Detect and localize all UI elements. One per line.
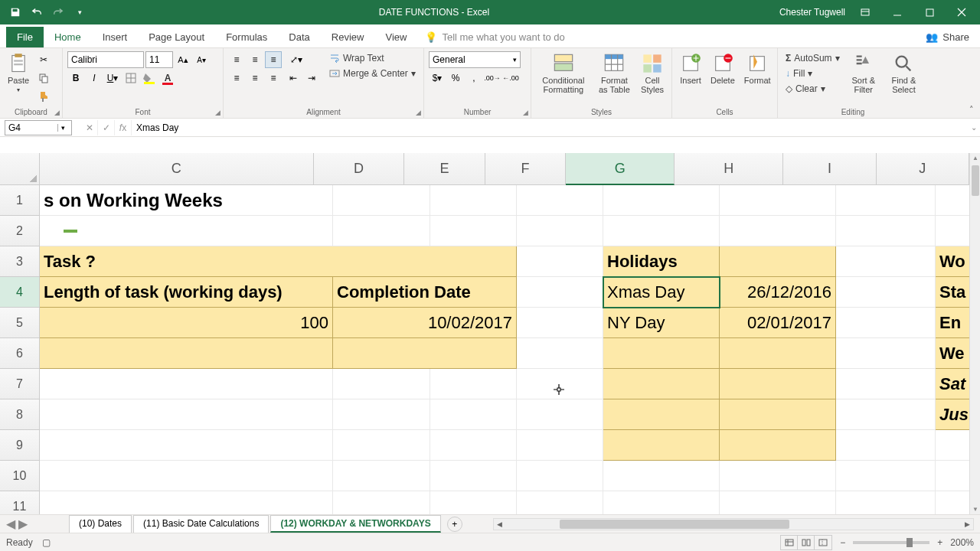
close-icon[interactable]: [949, 3, 974, 21]
cell-H6[interactable]: [720, 338, 836, 369]
clear-button[interactable]: ◇ Clear ▾: [782, 82, 843, 96]
cell-G5[interactable]: NY Day: [603, 308, 720, 338]
column-header-J[interactable]: J: [877, 153, 969, 185]
row-header-8[interactable]: 8: [0, 399, 40, 430]
enter-formula-icon[interactable]: ✓: [98, 120, 115, 135]
cell-E1[interactable]: [430, 185, 517, 216]
font-color-icon[interactable]: A: [159, 70, 176, 86]
column-header-I[interactable]: I: [783, 153, 876, 185]
cell-C6[interactable]: [40, 338, 333, 369]
page-break-view-icon[interactable]: [815, 536, 831, 549]
cell-F10[interactable]: [517, 461, 603, 491]
cell-E11[interactable]: [430, 491, 517, 514]
number-launcher-icon[interactable]: ◢: [523, 109, 528, 116]
decrease-indent-icon[interactable]: ⇤: [285, 70, 302, 86]
cell-G1[interactable]: [603, 185, 720, 216]
cell-H3[interactable]: [720, 246, 836, 277]
conditional-formatting-button[interactable]: Conditional Formatting: [536, 51, 591, 96]
cell-E8[interactable]: [430, 399, 517, 430]
cell-G10[interactable]: [603, 461, 720, 491]
cell-E7[interactable]: [430, 369, 517, 399]
ribbon-options-icon[interactable]: [853, 3, 877, 21]
hscroll-left-icon[interactable]: ◀: [494, 519, 506, 530]
borders-icon[interactable]: [122, 70, 139, 86]
cell-G11[interactable]: [603, 491, 720, 514]
fill-color-icon[interactable]: [141, 70, 158, 86]
save-icon[interactable]: [6, 4, 24, 21]
sheet-nav-prev-icon[interactable]: ◀: [6, 517, 15, 531]
horizontal-scrollbar[interactable]: ◀ ▶: [493, 518, 974, 530]
cell-H8[interactable]: [720, 399, 836, 430]
cell-H9[interactable]: [720, 430, 836, 461]
cancel-formula-icon[interactable]: ✕: [81, 120, 98, 135]
cell-H5[interactable]: 02/01/2017: [720, 308, 836, 338]
cell-D5[interactable]: 10/02/2017: [333, 308, 517, 338]
cell-I6[interactable]: [836, 338, 936, 369]
cell-F6[interactable]: [517, 338, 603, 369]
increase-decimal-icon[interactable]: .00→: [484, 70, 501, 86]
cell-H4[interactable]: 26/12/2016: [720, 277, 836, 308]
cell-C1[interactable]: s on Working Weeks: [40, 185, 333, 216]
cell-D1[interactable]: [333, 185, 430, 216]
cell-H10[interactable]: [720, 461, 836, 491]
align-bottom-icon[interactable]: ≡: [265, 51, 282, 68]
cell-F11[interactable]: [517, 491, 603, 514]
font-size-select[interactable]: 11: [145, 51, 173, 68]
cell-E9[interactable]: [430, 430, 517, 461]
cell-I9[interactable]: [836, 430, 936, 461]
format-painter-icon[interactable]: [35, 88, 52, 105]
cell-D4[interactable]: Completion Date: [333, 277, 517, 308]
tell-me[interactable]: 💡 Tell me what you want to do: [417, 27, 572, 47]
zoom-in-icon[interactable]: +: [937, 537, 942, 548]
cell-G4[interactable]: Xmas Day: [603, 277, 720, 308]
font-name-select[interactable]: Calibri: [67, 51, 144, 68]
cell-I11[interactable]: [836, 491, 936, 514]
cell-I4[interactable]: [836, 277, 936, 308]
underline-button[interactable]: U▾: [104, 70, 121, 86]
select-all-corner[interactable]: [0, 153, 40, 185]
font-launcher-icon[interactable]: ◢: [215, 109, 220, 116]
column-header-E[interactable]: E: [404, 153, 485, 185]
format-button[interactable]: Format: [741, 51, 774, 86]
increase-font-icon[interactable]: A▴: [175, 51, 191, 68]
cell-F9[interactable]: [517, 430, 603, 461]
column-header-G[interactable]: G: [566, 153, 675, 185]
horizontal-scrollbar-thumb[interactable]: [560, 520, 789, 529]
cell-I5[interactable]: [836, 308, 936, 338]
cell-H11[interactable]: [720, 491, 836, 514]
clipboard-launcher-icon[interactable]: ◢: [54, 109, 60, 116]
cell-I1[interactable]: [836, 185, 936, 216]
cell-I10[interactable]: [836, 461, 936, 491]
cell-D6[interactable]: [333, 338, 517, 369]
redo-icon[interactable]: [49, 4, 67, 21]
formula-input[interactable]: Xmas Day: [132, 120, 968, 135]
row-header-2[interactable]: 2: [0, 216, 40, 246]
vertical-scrollbar-thumb[interactable]: [972, 165, 979, 196]
cell-D7[interactable]: [333, 369, 430, 399]
format-as-table-button[interactable]: Format as Table: [594, 51, 635, 96]
fill-button[interactable]: ↓ Fill ▾: [782, 67, 843, 80]
cell-G3[interactable]: Holidays: [603, 246, 720, 277]
row-header-10[interactable]: 10: [0, 461, 40, 491]
cell-E2[interactable]: [430, 216, 517, 246]
cell-G9[interactable]: [603, 430, 720, 461]
macro-record-icon[interactable]: ▢: [42, 537, 51, 548]
undo-icon[interactable]: [28, 4, 46, 21]
column-header-C[interactable]: C: [40, 153, 314, 185]
file-tab[interactable]: File: [6, 27, 44, 47]
sheet-nav-next-icon[interactable]: ▶: [18, 517, 28, 531]
cell-D2[interactable]: [333, 216, 430, 246]
customize-qat-icon[interactable]: ▾: [70, 4, 89, 21]
maximize-icon[interactable]: [917, 3, 942, 21]
number-format-select[interactable]: General▾: [429, 51, 521, 68]
autosum-button[interactable]: Σ AutoSum ▾: [782, 51, 843, 65]
cell-I8[interactable]: [836, 399, 936, 430]
italic-button[interactable]: I: [86, 70, 103, 86]
column-header-H[interactable]: H: [675, 153, 783, 185]
cell-F2[interactable]: [517, 216, 603, 246]
insert-button[interactable]: Insert: [677, 51, 704, 86]
align-middle-icon[interactable]: ≡: [247, 51, 263, 68]
cell-G6[interactable]: [603, 338, 720, 369]
hscroll-right-icon[interactable]: ▶: [961, 519, 973, 530]
cell-G7[interactable]: [603, 369, 720, 399]
